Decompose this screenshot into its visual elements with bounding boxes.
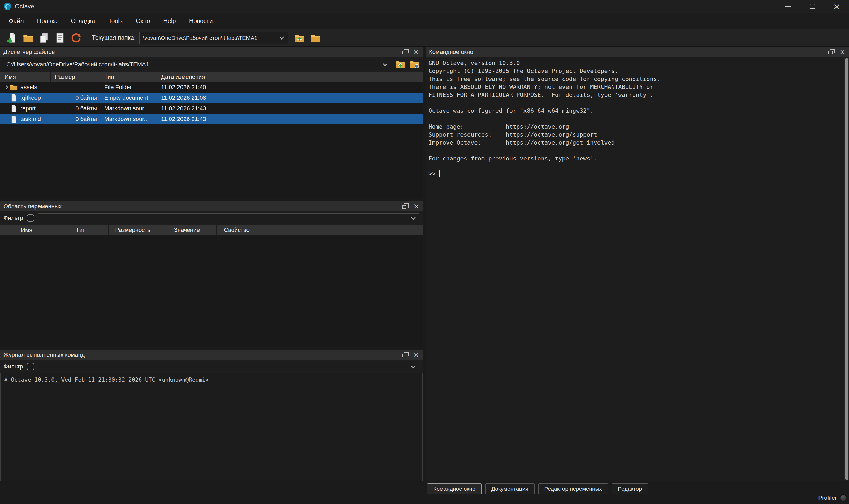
table-row[interactable]: assets File Folder 11.02.2026 21:40 bbox=[0, 82, 423, 93]
table-row[interactable]: .gitkeep 0 байты Empty document 11.02.20… bbox=[0, 93, 423, 103]
maximize-button[interactable] bbox=[800, 0, 825, 13]
minimize-icon bbox=[785, 6, 791, 7]
undo-icon bbox=[71, 33, 81, 43]
copy-button[interactable] bbox=[36, 31, 52, 46]
file-browser-titlebar[interactable]: Диспетчер файлов × bbox=[0, 47, 423, 57]
column-header-type[interactable]: Тип bbox=[100, 72, 157, 82]
folder-up-icon bbox=[294, 33, 305, 43]
filter-combobox[interactable] bbox=[38, 213, 419, 223]
column-header-dims[interactable]: Размерность bbox=[109, 225, 157, 235]
undock-icon[interactable] bbox=[402, 354, 407, 357]
dock-tabbar: Командное окно Документация Редактор пер… bbox=[427, 483, 648, 494]
command-window-titlebar[interactable]: Командное окно × bbox=[426, 47, 849, 57]
folder-up-button[interactable] bbox=[292, 31, 307, 46]
menu-debug[interactable]: Отладка bbox=[64, 15, 102, 27]
profiler-status: Profiler bbox=[818, 494, 847, 501]
close-panel-icon[interactable]: × bbox=[413, 203, 419, 210]
scrollbar[interactable] bbox=[845, 57, 849, 480]
filter-label: Фильтр bbox=[3, 363, 23, 370]
filter-checkbox[interactable] bbox=[27, 214, 34, 222]
undo-button[interactable] bbox=[68, 31, 84, 46]
file-date-cell: 11.02.2026 21:08 bbox=[157, 94, 423, 101]
folder-actions-icon[interactable] bbox=[409, 59, 420, 70]
filter-combobox[interactable] bbox=[38, 362, 419, 371]
folder-icon bbox=[10, 83, 18, 91]
path-value: C:/Users/vovan/OneDrive/Рабочий стол/it-… bbox=[3, 61, 381, 68]
file-name-cell: task.md bbox=[0, 115, 51, 123]
table-row[interactable]: report.... 0 байты Markdown sour... 11.0… bbox=[0, 103, 423, 114]
history-titlebar[interactable]: Журнал выполненных команд × bbox=[0, 350, 423, 360]
profiler-label: Profiler bbox=[818, 494, 837, 501]
menu-news[interactable]: Новости bbox=[183, 15, 219, 27]
scrollbar-thumb[interactable] bbox=[845, 58, 848, 480]
column-header-name[interactable]: Имя bbox=[0, 72, 51, 82]
workspace-titlebar[interactable]: Область переменных × bbox=[0, 201, 423, 211]
workspace-table-body[interactable] bbox=[0, 235, 423, 347]
octave-banner: GNU Octave, version 10.3.0 Copyright (C)… bbox=[426, 57, 845, 163]
close-panel-icon[interactable]: × bbox=[839, 48, 846, 56]
tab-documentation[interactable]: Документация bbox=[485, 483, 535, 494]
prompt-line[interactable]: >> bbox=[426, 170, 845, 177]
undock-icon[interactable] bbox=[402, 51, 407, 54]
file-icon bbox=[10, 115, 18, 123]
history-entry[interactable]: # Octave 10.3.0, Wed Feb 11 21:30:32 202… bbox=[4, 377, 209, 383]
path-combobox[interactable]: C:/Users/vovan/OneDrive/Рабочий стол/it-… bbox=[3, 59, 391, 70]
text-cursor bbox=[439, 170, 440, 177]
file-table: Имя Размер Тип Дата изменения assets Fil… bbox=[0, 72, 423, 198]
tab-editor[interactable]: Редактор bbox=[612, 483, 648, 494]
file-name-cell: assets bbox=[0, 83, 51, 91]
close-panel-icon[interactable]: × bbox=[413, 351, 419, 359]
main-toolbar: Текущая папка: \vovan\OneDrive\Рабочий с… bbox=[0, 29, 849, 47]
column-header-size[interactable]: Размер bbox=[51, 72, 100, 82]
workspace-table-header: Имя Тип Размерность Значение Свойство bbox=[0, 225, 423, 235]
minimize-button[interactable] bbox=[776, 0, 800, 13]
tab-command-window[interactable]: Командное окно bbox=[427, 483, 482, 494]
new-script-button[interactable] bbox=[4, 31, 20, 46]
column-header-type[interactable]: Тип bbox=[53, 225, 109, 235]
column-header-attr[interactable]: Свойство bbox=[217, 225, 257, 235]
menu-help[interactable]: Help bbox=[157, 15, 182, 27]
chevron-down-icon bbox=[383, 61, 387, 66]
current-folder-label: Текущая папка: bbox=[92, 34, 136, 41]
table-row[interactable]: task.md 0 байты Markdown sour... 11.02.2… bbox=[0, 114, 423, 124]
file-type-cell: Markdown sour... bbox=[100, 105, 157, 112]
window-titlebar: Octave × bbox=[0, 0, 849, 13]
column-header-date[interactable]: Дата изменения bbox=[157, 72, 423, 82]
menu-window[interactable]: Окно bbox=[129, 15, 157, 27]
current-folder-value: \vovan\OneDrive\Рабочий стол\it-labs\TEM… bbox=[140, 35, 278, 41]
open-button[interactable] bbox=[20, 31, 36, 46]
browse-folder-button[interactable] bbox=[307, 31, 323, 46]
history-list[interactable]: # Octave 10.3.0, Wed Feb 11 21:30:32 202… bbox=[0, 373, 423, 481]
undock-icon[interactable] bbox=[828, 51, 833, 54]
chevron-down-icon bbox=[411, 363, 415, 368]
file-date-cell: 11.02.2026 21:40 bbox=[157, 84, 423, 91]
folder-up-icon[interactable] bbox=[395, 59, 406, 70]
prompt: >> bbox=[429, 170, 436, 177]
file-name: task.md bbox=[20, 116, 41, 123]
paste-button[interactable] bbox=[52, 31, 68, 46]
close-panel-icon[interactable]: × bbox=[413, 48, 419, 56]
column-header-value[interactable]: Значение bbox=[157, 225, 217, 235]
chevron-down-icon bbox=[279, 35, 284, 39]
profiler-led-icon[interactable] bbox=[840, 494, 847, 501]
new-script-icon bbox=[7, 33, 18, 43]
menu-edit[interactable]: Правка bbox=[31, 15, 65, 27]
column-header-name[interactable]: Имя bbox=[0, 225, 53, 235]
file-type-cell: Empty document bbox=[100, 94, 157, 101]
menu-tools[interactable]: Tools bbox=[102, 15, 129, 27]
file-browser-path-row: C:/Users/vovan/OneDrive/Рабочий стол/it-… bbox=[0, 57, 423, 72]
filter-checkbox[interactable] bbox=[27, 363, 34, 370]
file-size-cell: 0 байты bbox=[51, 94, 100, 101]
file-size-cell: 0 байты bbox=[51, 116, 100, 123]
file-browser-panel: Диспетчер файлов × C:/Users/vovan/OneDri… bbox=[0, 47, 423, 198]
undock-icon[interactable] bbox=[402, 205, 407, 209]
workspace-filter-row: Фильтр bbox=[0, 211, 423, 225]
expand-chevron-icon[interactable] bbox=[3, 86, 10, 89]
file-type-cell: File Folder bbox=[100, 84, 157, 91]
tab-variable-editor[interactable]: Редактор переменных bbox=[538, 483, 608, 494]
current-folder-combobox[interactable]: \vovan\OneDrive\Рабочий стол\it-labs\TEM… bbox=[139, 32, 288, 44]
menu-file[interactable]: Файл bbox=[2, 15, 31, 27]
terminal-area[interactable]: GNU Octave, version 10.3.0 Copyright (C)… bbox=[426, 57, 845, 481]
maximize-icon bbox=[810, 4, 815, 9]
close-button[interactable]: × bbox=[825, 0, 849, 13]
